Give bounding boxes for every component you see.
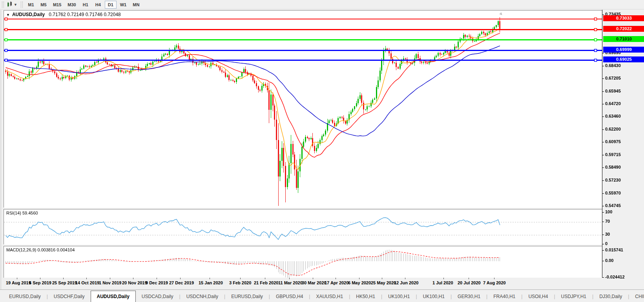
price-tick: 0.67205 [605, 76, 621, 80]
rsi-tickmark [602, 244, 604, 244]
chart-dropdown-icon[interactable]: ▼ [6, 13, 10, 17]
chart-tab-gbpusd-h4[interactable]: GBPUSD,H4 [270, 292, 309, 302]
rsi-canvas[interactable] [4, 209, 602, 245]
timeframe-button-h1[interactable]: H1 [80, 1, 91, 9]
macd-tick: -0.024412 [605, 275, 625, 279]
price-tick: 0.64720 [605, 101, 621, 106]
macd-tickmark [602, 250, 604, 251]
price-line-badge[interactable]: 0.73033 [603, 15, 644, 21]
chart-tab-eurusd-daily[interactable]: EURUSD,Daily [225, 292, 269, 302]
main-chart-pane: ▼AUDUSD,Daily0.71762 0.72149 0.71746 0.7… [4, 10, 602, 207]
rsi-tickmark [602, 222, 604, 222]
price-line-badge[interactable]: 0.71010 [603, 36, 644, 42]
chart-tab-eurusd-daily[interactable]: EURUSD,Daily [3, 292, 47, 302]
date-label: 11 Mar 2020 [278, 280, 303, 285]
timeframe-button-m5[interactable]: M5 [38, 1, 49, 9]
timeframe-button-w1[interactable]: W1 [117, 1, 130, 9]
rsi-tick: 100 [605, 209, 612, 214]
chart-tab-usdchf-daily[interactable]: USDCHF,Daily [48, 292, 91, 302]
rsi-tick: 30 [605, 232, 610, 237]
date-label: 27 Dec 2019 [169, 280, 194, 285]
macd-tickmark [602, 261, 604, 261]
timeframe-group: M1M5M15M30H1H4D1W1MN [25, 0, 142, 9]
date-tickmark [405, 278, 405, 279]
chart-tab-dj30-daily[interactable]: DJ30,Daily [593, 292, 628, 302]
price-tick: 0.54745 [605, 203, 621, 208]
price-tick: 0.62200 [605, 127, 621, 131]
chart-title: ▼AUDUSD,Daily0.71762 0.72149 0.71746 0.7… [6, 12, 121, 17]
chart-tab-usdcad-daily[interactable]: USDCAD,Daily [136, 292, 179, 302]
date-label: 1 Jul 2020 [432, 280, 453, 285]
date-tickmark [110, 278, 110, 279]
price-axis: 0.734350.696900.684300.672050.659450.647… [602, 10, 644, 278]
rsi-tickmark [602, 235, 604, 235]
price-tick: 0.59715 [605, 152, 621, 157]
chart-window: ▼AUDUSD,Daily0.71762 0.72149 0.71746 0.7… [0, 10, 644, 289]
timeframe-button-m30[interactable]: M30 [65, 1, 78, 9]
chart-tab-uk100-h1[interactable]: UK100,H1 [382, 292, 416, 302]
toolbar-grip[interactable] [2, 2, 4, 8]
price-tick: 0.60975 [605, 139, 621, 144]
date-label: 19 Aug 2019 [6, 280, 31, 285]
macd-tick: 0.015741 [605, 247, 623, 252]
chart-ohlc-values: 0.71762 0.72149 0.71746 0.72048 [49, 12, 121, 17]
date-tickmark [265, 278, 265, 279]
price-line-badge[interactable]: 0.69025 [603, 56, 644, 62]
chart-tab-ger30-h1[interactable]: GER30,H1 [452, 292, 486, 302]
date-tickmark [63, 278, 64, 279]
toolbar-grip-2[interactable] [21, 2, 23, 8]
timeframe-button-m15[interactable]: M15 [50, 1, 64, 9]
chart-tab-hk50-h1[interactable]: HK50,H1 [350, 292, 381, 302]
chart-tab-fra40-h1[interactable]: FRA40,H1 [487, 292, 521, 302]
date-tickmark [359, 278, 359, 279]
price-tick: 0.65945 [605, 89, 621, 93]
price-tickmark [602, 91, 604, 92]
chart-tab-audusd-daily[interactable]: AUDUSD,Daily [91, 291, 136, 302]
chevron-down-icon[interactable]: ▼ [14, 3, 17, 7]
price-tickmark [602, 53, 604, 53]
main-chart-canvas[interactable] [4, 11, 602, 208]
date-tickmark [382, 278, 382, 279]
date-label: 6 Sep 2019 [29, 280, 51, 285]
chart-tab-uk100-h1[interactable]: UK100,H1 [417, 292, 451, 302]
timeframe-button-m1[interactable]: M1 [25, 1, 37, 9]
timeframe-button-d1[interactable]: D1 [105, 1, 117, 9]
chart-tab-usoil-h4[interactable]: USOil,H4 [522, 292, 554, 302]
mt4-window: ▼ M1M5M15M30H1H4D1W1MN ▼AUDUSD,Daily0.71… [0, 0, 644, 302]
chart-tab-bar: EURUSD,Daily|USDCHF,DailyAUDUSD,DailyUSD… [0, 289, 644, 302]
price-tick: 0.58490 [605, 165, 621, 169]
date-tickmark [157, 278, 157, 279]
price-line-badge[interactable]: 0.69999 [603, 47, 644, 53]
date-tickmark [133, 278, 133, 279]
chart-tab-china300-h1[interactable]: CHINA300,H1 [629, 292, 644, 302]
chart-tab-xauusd-h1[interactable]: XAUUSD,H1 [310, 292, 349, 302]
date-tickmark [289, 278, 290, 279]
price-tickmark [602, 167, 604, 168]
rsi-label: RSI(14) 59.4560 [6, 211, 38, 215]
chart-tab-usdjpy-h1[interactable]: USDJPY,H1 [555, 292, 592, 302]
chart-symbol-label: AUDUSD,Daily [12, 12, 45, 17]
date-label: 1 Nov 2019 [99, 280, 121, 285]
date-tickmark [336, 278, 336, 279]
rsi-tickmark [602, 212, 604, 213]
date-label: 7 Aug 2020 [483, 280, 506, 285]
price-tick: 0.68430 [605, 63, 621, 68]
macd-canvas[interactable] [4, 246, 602, 278]
date-tickmark [40, 278, 40, 279]
timeframe-button-mn[interactable]: MN [130, 1, 142, 9]
timeframe-button-h4[interactable]: H4 [92, 1, 104, 9]
date-tickmark [210, 278, 210, 279]
date-label: 14 Oct 2019 [75, 280, 99, 285]
date-tickmark [86, 278, 87, 279]
chart-tab-usdcnh-daily[interactable]: USDCNH,Daily [181, 292, 224, 302]
rsi-pane: RSI(14) 59.4560 [4, 209, 602, 244]
price-line-badge[interactable]: 0.72022 [603, 26, 644, 32]
date-label: 17 Apr 2020 [325, 280, 348, 285]
date-label: 25 May 2020 [371, 280, 396, 285]
date-tickmark [469, 278, 469, 279]
price-tickmark [602, 129, 604, 130]
date-label: 3 Feb 2020 [229, 280, 251, 285]
price-tickmark [602, 155, 604, 155]
rsi-tick: 0 [605, 241, 608, 246]
chart-type-icon[interactable] [6, 1, 14, 8]
